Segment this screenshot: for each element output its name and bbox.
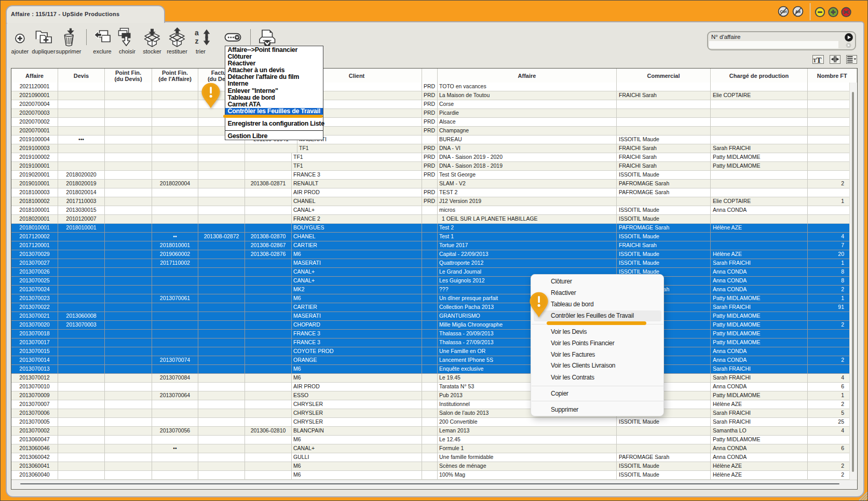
svg-text:T: T (817, 56, 822, 63)
svg-text:a: a (195, 29, 199, 37)
svg-text:z: z (195, 37, 199, 45)
